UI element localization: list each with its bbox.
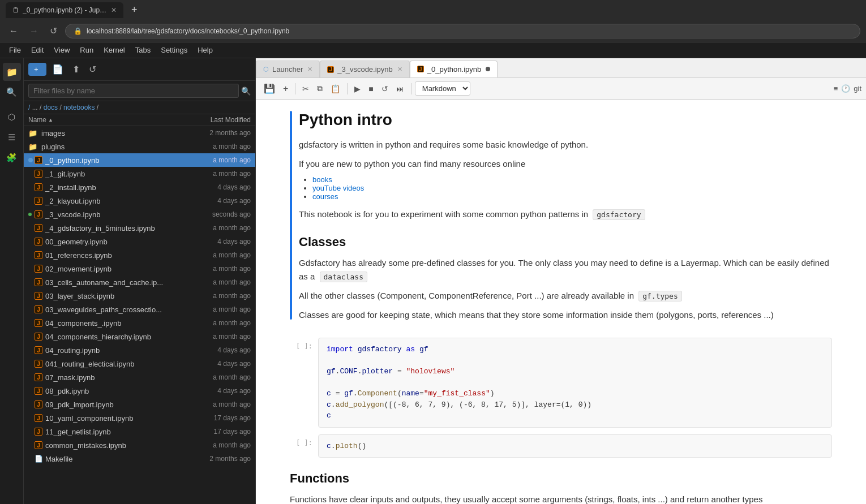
list-item[interactable]: J _1_git.ipynb a month ago — [24, 167, 255, 180]
code-block-2[interactable]: c.ploth() — [318, 434, 832, 458]
restart-button[interactable]: ↺ — [378, 82, 392, 96]
functions-heading: Functions — [290, 471, 832, 486]
menu-bar: File Edit View Run Kernel Tabs Settings … — [0, 42, 866, 58]
list-item[interactable]: J 11_get_netlist.ipynb 17 days ago — [24, 425, 255, 438]
list-item[interactable]: 📁 images 2 months ago — [24, 126, 255, 140]
menu-item-file[interactable]: File — [5, 44, 25, 56]
list-item[interactable]: J _0_python.ipynb a month ago — [24, 153, 255, 167]
tab-close-icon[interactable]: ✕ — [307, 66, 312, 73]
list-item[interactable]: 📄 Makefile 2 months ago — [24, 452, 255, 466]
menu-item-view[interactable]: View — [49, 44, 74, 56]
menu-item-run[interactable]: Run — [75, 44, 98, 56]
toolbar-separator3 — [411, 83, 411, 94]
file-name: 09_pdk_import.ipynb — [45, 400, 177, 409]
file-name: plugins — [41, 143, 177, 151]
menu-item-help[interactable]: Help — [193, 44, 217, 56]
fast-forward-button[interactable]: ⏭ — [393, 82, 408, 96]
tab-launcher[interactable]: ⬡ Launcher ✕ — [256, 61, 320, 77]
youtube-link[interactable]: youTube videos — [312, 184, 364, 192]
git-label[interactable]: git — [854, 84, 861, 93]
file-name: _2_klayout.ipynb — [45, 197, 177, 205]
books-link[interactable]: books — [312, 175, 332, 184]
upload-button[interactable]: ⬆ — [69, 62, 83, 77]
docs-link[interactable]: docs — [44, 104, 58, 111]
copy-button[interactable]: ⧉ — [314, 81, 326, 96]
new-file-button[interactable]: 📄 — [49, 62, 67, 77]
list-item[interactable]: J 03_layer_stack.ipynb a month ago — [24, 289, 255, 303]
list-item[interactable]: J 02_movement.ipynb a month ago — [24, 262, 255, 275]
new-tab-button[interactable]: + — [128, 4, 141, 16]
sidebar-icon-commands[interactable]: ☰ — [3, 128, 21, 147]
run-cell-button[interactable]: ▶ — [351, 82, 364, 96]
menu-item-edit[interactable]: Edit — [27, 44, 48, 56]
tab-python[interactable]: J _0_python.ipynb — [410, 61, 498, 77]
file-modified: a month ago — [177, 265, 251, 273]
courses-link[interactable]: courses — [312, 192, 338, 201]
browser-tab[interactable]: 🗒 _0_python.ipynb (2) - Jupyt... ✕ — [6, 2, 123, 18]
tab-vscode[interactable]: J _3_vscode.ipynb ✕ — [320, 61, 410, 77]
refresh-button[interactable]: ↺ — [85, 62, 100, 77]
address-bar[interactable]: 🔒 localhost:8889/lab/tree/gdsfactory/doc… — [65, 24, 860, 38]
file-name: 04_components_.ipynb — [45, 319, 177, 328]
list-item[interactable]: J 10_yaml_component.ipynb 17 days ago — [24, 411, 255, 425]
search-bar: 🔍 — [24, 81, 255, 101]
list-item[interactable]: J common_mistakes.ipynb a month ago — [24, 438, 255, 452]
list-item[interactable]: J _4_gdsfactory_in_5minutes.ipynb a mont… — [24, 221, 255, 235]
time-icon[interactable]: 🕐 — [841, 84, 850, 93]
list-item[interactable]: J _3_vscode.ipynb seconds ago — [24, 208, 255, 221]
menu-item-tabs[interactable]: Tabs — [131, 44, 155, 56]
list-item[interactable]: J 04_components_hierarchy.ipynb a month … — [24, 330, 255, 343]
list-item[interactable]: J 09_pdk_import.ipynb a month ago — [24, 398, 255, 411]
cut-button[interactable]: ✂ — [299, 82, 312, 96]
tab-close-icon[interactable]: ✕ — [111, 6, 117, 14]
list-item[interactable]: J 03_waveguides_paths_crossectio... a mo… — [24, 303, 255, 316]
paste-button[interactable]: 📋 — [327, 82, 344, 96]
file-name: 10_yaml_component.ipynb — [45, 414, 177, 423]
file-name: images — [41, 129, 177, 137]
list-item[interactable]: J 08_pdk.ipynb 4 days ago — [24, 384, 255, 398]
col-modified-header[interactable]: Last Modified — [177, 116, 251, 124]
tab-close-icon[interactable]: ✕ — [397, 66, 402, 73]
new-folder-button[interactable]: + — [28, 63, 46, 76]
list-item[interactable]: J 07_mask.ipynb a month ago — [24, 371, 255, 384]
stop-button[interactable]: ■ — [365, 82, 376, 96]
file-name: 02_movement.ipynb — [45, 265, 177, 273]
col-name-header[interactable]: Name ▲ — [28, 116, 177, 124]
list-item[interactable]: J 00_geometry.ipynb 4 days ago — [24, 235, 255, 248]
menu-item-kernel[interactable]: Kernel — [99, 44, 130, 56]
notebook-icon: J — [35, 428, 42, 436]
sidebar-icon-extensions[interactable]: ⬡ — [3, 108, 21, 126]
list-item[interactable]: J 03_cells_autoname_and_cache.ip... a mo… — [24, 275, 255, 289]
format-icon[interactable]: ≡ — [834, 84, 838, 93]
menu-item-settings[interactable]: Settings — [156, 44, 192, 56]
add-cell-button[interactable]: + — [280, 81, 291, 96]
list-item[interactable]: J 041_routing_electical.ipynb 4 days ago — [24, 357, 255, 371]
list-item[interactable]: J _2_install.ipynb 4 days ago — [24, 180, 255, 194]
cell-type-select[interactable]: Markdown Code Raw — [415, 81, 470, 96]
file-list: 📁 images 2 months ago 📁 plugins a month … — [24, 126, 255, 504]
sidebar-icon-search[interactable]: 🔍 — [3, 83, 21, 101]
notebook-icon: J — [35, 265, 42, 273]
notebook-code-ref: gdsfactory — [593, 209, 645, 220]
root-link[interactable]: / — [28, 104, 30, 111]
file-name: 04_routing.ipynb — [45, 346, 177, 355]
reload-button[interactable]: ↺ — [46, 23, 61, 38]
save-button[interactable]: 💾 — [260, 81, 278, 96]
sidebar-icon-new-folder[interactable]: 📁 — [3, 63, 21, 81]
list-item[interactable]: J 01_references.ipynb a month ago — [24, 248, 255, 262]
sidebar-icon-puzzle[interactable]: 🧩 — [3, 149, 21, 167]
forward-button[interactable]: → — [26, 24, 42, 38]
notebooks-link[interactable]: notebooks — [63, 104, 95, 111]
back-button[interactable]: ← — [6, 24, 22, 38]
cell-number-1: [ ]: — [290, 338, 312, 350]
search-input[interactable] — [28, 84, 239, 98]
list-item[interactable]: J 04_components_.ipynb a month ago — [24, 316, 255, 330]
file-name: _0_python.ipynb — [45, 156, 177, 165]
list-item[interactable]: J _2_klayout.ipynb 4 days ago — [24, 194, 255, 208]
list-item[interactable]: J 04_routing.ipynb 4 days ago — [24, 343, 255, 357]
code-block-1[interactable]: import gdsfactory as gf gf.CONF.plotter … — [318, 338, 832, 428]
file-name: 03_cells_autoname_and_cache.ip... — [45, 278, 177, 287]
file-modified: a month ago — [177, 224, 251, 232]
list-item[interactable]: 📁 plugins a month ago — [24, 140, 255, 153]
lock-icon: 🔒 — [74, 27, 82, 35]
